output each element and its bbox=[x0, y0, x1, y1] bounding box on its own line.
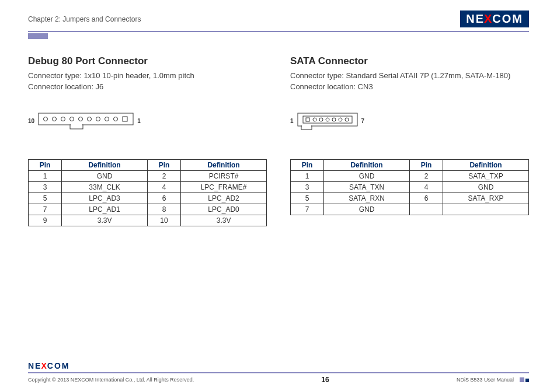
svg-point-18 bbox=[313, 118, 316, 121]
th-def: Definition bbox=[62, 159, 148, 170]
left-column: Debug 80 Port Connector Connector type: … bbox=[28, 55, 267, 226]
svg-rect-12 bbox=[123, 117, 127, 121]
svg-point-20 bbox=[326, 118, 329, 121]
svg-rect-0 bbox=[39, 113, 133, 125]
svg-point-9 bbox=[96, 117, 100, 121]
right-subtitle: Connector type: Standard Serial ATAII 7P… bbox=[290, 71, 529, 93]
sata-pin-table: Pin Definition Pin Definition 1GND2SATA_… bbox=[290, 159, 529, 215]
pin-label-1: 1 bbox=[290, 118, 294, 124]
th-def: Definition bbox=[443, 159, 529, 170]
table-row: 5SATA_RXN6SATA_RXP bbox=[291, 192, 529, 204]
svg-point-5 bbox=[61, 117, 65, 121]
table-row: 1GND2PCIRST# bbox=[29, 170, 267, 181]
right-conn-loc: Connector location: CN3 bbox=[290, 82, 529, 93]
page-number: 16 bbox=[321, 376, 329, 384]
th-def: Definition bbox=[181, 159, 267, 170]
page-footer: NEXCOM Copyright © 2013 NEXCOM Internati… bbox=[28, 360, 529, 384]
svg-point-7 bbox=[79, 117, 83, 121]
svg-rect-14 bbox=[303, 116, 352, 123]
svg-point-6 bbox=[70, 117, 74, 121]
right-column: SATA Connector Connector type: Standard … bbox=[290, 55, 529, 226]
table-row: 5LPC_AD36LPC_AD2 bbox=[29, 192, 267, 204]
brand-logo: NEXCOM bbox=[460, 10, 529, 27]
footer-row: Copyright © 2013 NEXCOM International Co… bbox=[28, 376, 529, 384]
svg-rect-17 bbox=[306, 118, 309, 121]
left-subtitle: Connector type: 1x10 10-pin header, 1.0m… bbox=[28, 71, 267, 93]
debug-connector-diagram: 10 1 bbox=[28, 113, 267, 130]
footer-rule bbox=[28, 372, 529, 373]
pin-label-1: 1 bbox=[137, 118, 141, 124]
table-row: 7GND bbox=[291, 204, 529, 215]
table-row: 7LPC_AD18LPC_AD0 bbox=[29, 204, 267, 215]
th-pin: Pin bbox=[29, 159, 62, 170]
left-conn-loc: Connector location: J6 bbox=[28, 82, 267, 93]
brand-text-x: X bbox=[484, 12, 493, 26]
footer-squares-icon bbox=[520, 377, 529, 382]
content-columns: Debug 80 Port Connector Connector type: … bbox=[28, 55, 529, 226]
table-row: 3SATA_TXN4GND bbox=[291, 181, 529, 192]
svg-point-19 bbox=[319, 118, 323, 121]
header-rule bbox=[28, 31, 529, 32]
table-row: 1GND2SATA_TXP bbox=[291, 170, 529, 181]
brand-text-left: NE bbox=[466, 12, 485, 26]
sata-connector-svg bbox=[297, 113, 358, 130]
pin-label-10: 10 bbox=[28, 118, 34, 124]
table-header-row: Pin Definition Pin Definition bbox=[291, 159, 529, 170]
copyright-text: Copyright © 2013 NEXCOM International Co… bbox=[28, 377, 194, 383]
page-header: Chapter 2: Jumpers and Connectors NEXCOM bbox=[28, 10, 529, 27]
svg-rect-1 bbox=[70, 125, 83, 129]
brand-text-right: COM bbox=[492, 12, 523, 26]
th-pin: Pin bbox=[147, 159, 180, 170]
svg-point-21 bbox=[332, 118, 336, 121]
right-title: SATA Connector bbox=[290, 55, 529, 67]
pin-label-7: 7 bbox=[361, 118, 365, 124]
table-row: 333M_CLK4LPC_FRAME# bbox=[29, 181, 267, 192]
th-pin: Pin bbox=[409, 159, 443, 170]
manual-name: NDiS B533 User Manual bbox=[457, 377, 514, 383]
right-conn-type: Connector type: Standard Serial ATAII 7P… bbox=[290, 71, 529, 82]
svg-point-8 bbox=[88, 117, 92, 121]
debug-connector-svg bbox=[38, 113, 134, 130]
table-row: 93.3V103.3V bbox=[29, 215, 267, 226]
svg-point-11 bbox=[114, 117, 118, 121]
table-header-row: Pin Definition Pin Definition bbox=[29, 159, 267, 170]
left-title: Debug 80 Port Connector bbox=[28, 55, 267, 67]
svg-point-3 bbox=[44, 117, 48, 121]
left-conn-type: Connector type: 1x10 10-pin header, 1.0m… bbox=[28, 71, 267, 82]
svg-point-22 bbox=[339, 118, 342, 121]
th-pin: Pin bbox=[291, 159, 324, 170]
chapter-label: Chapter 2: Jumpers and Connectors bbox=[28, 15, 141, 23]
sata-connector-diagram: 1 7 bbox=[290, 113, 529, 130]
svg-point-10 bbox=[105, 117, 109, 121]
svg-point-23 bbox=[345, 118, 349, 121]
svg-point-4 bbox=[53, 117, 57, 121]
th-def: Definition bbox=[324, 159, 410, 170]
header-stub bbox=[28, 33, 48, 39]
debug-pin-table: Pin Definition Pin Definition 1GND2PCIRS… bbox=[28, 159, 267, 226]
footer-brand-logo: NEXCOM bbox=[28, 361, 69, 370]
